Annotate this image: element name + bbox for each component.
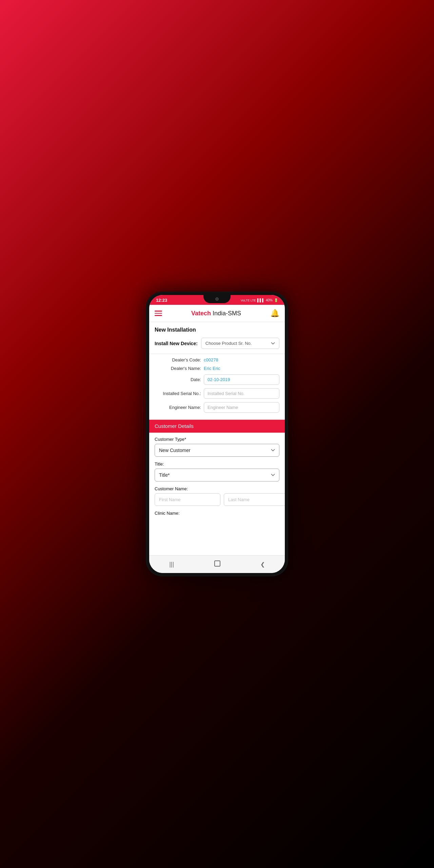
new-installation-section: New Installation Install New Device: Cho… (149, 322, 285, 354)
new-installation-title: New Installation (155, 327, 279, 333)
date-label: Date: (155, 377, 204, 382)
dealer-code-row: Dealer's Code: c00278 (155, 357, 279, 362)
hamburger-line-3 (155, 315, 162, 316)
customer-details-title: Customer Details (155, 423, 194, 429)
recents-icon: ||| (169, 561, 174, 568)
clinic-name-label: Clinic Name: (155, 511, 279, 516)
customer-name-label: Customer Name: (155, 486, 279, 491)
customer-name-group: Customer Name: (155, 486, 279, 506)
phone-frame: 12:23 VoLTE LTE ▌▌▌ 40% 🔋 Vatech India-S… (146, 292, 288, 576)
main-content: New Installation Install New Device: Cho… (149, 322, 285, 555)
install-device-label: Install New Device: (155, 341, 198, 346)
notification-bell-icon[interactable]: 🔔 (270, 309, 279, 318)
title-label: Title: (155, 461, 279, 467)
app-title: Vatech India-SMS (191, 310, 241, 317)
hamburger-line-2 (155, 313, 162, 314)
title-select[interactable]: Title* Dr. Mr. Mrs. Ms. (155, 469, 279, 481)
dealer-code-value: c00278 (204, 357, 218, 362)
status-time: 12:23 (156, 298, 167, 303)
serial-input[interactable] (204, 388, 279, 399)
battery-level: 40% (266, 298, 273, 302)
serial-row: Installed Serial No.: (155, 388, 279, 399)
signal-text: VoLTE LTE (241, 299, 256, 302)
hamburger-line-1 (155, 311, 162, 312)
signal-bars: ▌▌▌ (257, 298, 264, 302)
app-title-vatech: Vatech (191, 310, 211, 317)
customer-type-label: Customer Type* (155, 437, 279, 442)
home-icon (214, 560, 220, 567)
customer-type-group: Customer Type* New Customer Existing Cus… (155, 437, 279, 457)
product-serial-select[interactable]: Choose Product Sr. No. (201, 338, 279, 349)
dealer-name-label: Dealer's Name: (155, 366, 204, 371)
status-icons: VoLTE LTE ▌▌▌ 40% 🔋 (241, 298, 278, 302)
dealer-name-value: Eric Eric (204, 366, 220, 371)
date-input[interactable] (204, 374, 279, 385)
app-header: Vatech India-SMS 🔔 (149, 305, 285, 322)
install-device-row: Install New Device: Choose Product Sr. N… (155, 338, 279, 349)
notch (203, 295, 231, 303)
first-name-input[interactable] (155, 493, 220, 506)
back-button[interactable]: ❮ (255, 559, 270, 569)
dealer-name-row: Dealer's Name: Eric Eric (155, 366, 279, 371)
battery-icon: 🔋 (274, 298, 278, 302)
customer-form: Customer Type* New Customer Existing Cus… (149, 433, 285, 525)
customer-type-select[interactable]: New Customer Existing Customer (155, 444, 279, 457)
phone-screen: 12:23 VoLTE LTE ▌▌▌ 40% 🔋 Vatech India-S… (149, 295, 285, 573)
recents-button[interactable]: ||| (164, 559, 179, 569)
home-button[interactable] (209, 559, 226, 570)
clinic-name-group: Clinic Name: (155, 511, 279, 516)
engineer-row: Engineer Name: (155, 402, 279, 413)
name-row (155, 493, 279, 506)
customer-details-header: Customer Details (149, 420, 285, 433)
title-group: Title: Title* Dr. Mr. Mrs. Ms. (155, 461, 279, 481)
back-icon: ❮ (260, 561, 265, 567)
dealer-code-label: Dealer's Code: (155, 357, 204, 362)
serial-label: Installed Serial No.: (155, 391, 204, 396)
engineer-label: Engineer Name: (155, 405, 204, 410)
dealer-info-section: Dealer's Code: c00278 Dealer's Name: Eri… (149, 354, 285, 420)
date-row: Date: (155, 374, 279, 385)
bottom-nav: ||| ❮ (149, 555, 285, 573)
engineer-input[interactable] (204, 402, 279, 413)
last-name-input[interactable] (224, 493, 285, 506)
hamburger-menu[interactable] (155, 311, 162, 316)
camera (215, 297, 219, 301)
app-title-sms: India-SMS (211, 310, 241, 317)
